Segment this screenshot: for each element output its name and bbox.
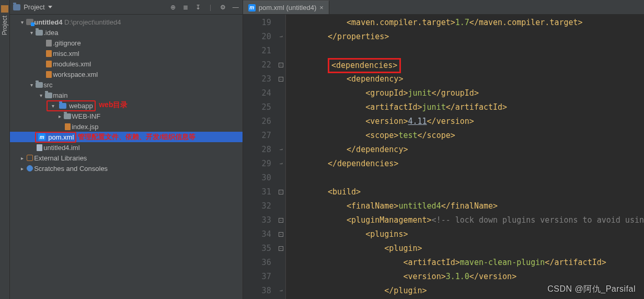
chevron-down-icon — [48, 6, 52, 8]
module-icon — [26, 19, 33, 25]
tree-modules[interactable]: modules.xml — [10, 59, 242, 69]
project-icon — [13, 4, 20, 10]
panel-header: Project ⊕ ≣ ↧ | ⚙ — — [10, 0, 242, 15]
tree-label: .idea — [43, 29, 58, 37]
tree-label: WEB-INF — [72, 112, 100, 120]
annotation-pom: 管理配置文件、依赖、开发/组织信息等 — [78, 132, 196, 142]
code-editor[interactable]: 1920212223242526272829303132333435363738… — [243, 15, 644, 299]
watermark: CSDN @阿仇_Parsifal — [547, 284, 636, 295]
folder-icon — [45, 93, 52, 98]
chevron-down-icon[interactable] — [18, 19, 26, 25]
tree-scratches[interactable]: Scratches and Consoles — [10, 163, 242, 174]
xml-icon — [46, 50, 52, 57]
folder-icon — [64, 113, 71, 119]
tree-label: untitled4 — [34, 18, 62, 26]
editor-tabs: m pom.xml (untitled4) × — [243, 0, 644, 15]
tree-iml[interactable]: untitled4.iml — [10, 142, 242, 153]
tree-gitignore[interactable]: .gitignore — [10, 38, 242, 48]
tree-label: webapp — [69, 102, 93, 110]
tree-label: misc.xml — [53, 50, 79, 58]
tree-label: index.jsp — [72, 123, 98, 131]
tree-label: Scratches and Consoles — [34, 165, 108, 172]
tree-main[interactable]: main — [10, 90, 242, 100]
scratches-icon — [27, 165, 33, 171]
tree-label: External Libraries — [34, 154, 87, 162]
close-icon[interactable]: × — [319, 4, 324, 12]
tree-label: src — [43, 81, 52, 89]
annotation-webapp: web目录 — [99, 100, 128, 110]
chevron-down-icon[interactable] — [28, 30, 35, 36]
chevron-right-icon[interactable] — [18, 155, 26, 161]
tree-label: pom.xml — [48, 133, 74, 141]
project-tool-icon[interactable] — [1, 5, 8, 13]
tree-webapp[interactable]: webapp web目录 — [10, 100, 242, 111]
fold-column[interactable]: ⌐--⌐⌐----⌐ — [277, 15, 286, 299]
tree-label: untitled4.iml — [43, 144, 79, 152]
libraries-icon — [27, 155, 33, 161]
gitignore-icon — [46, 40, 52, 47]
tree-label: main — [53, 91, 67, 99]
maven-icon: m — [248, 4, 256, 12]
tree-label: workspace.xml — [53, 71, 98, 78]
tree-root[interactable]: untitled4 D:\project\untitled4 — [10, 17, 242, 27]
chevron-down-icon[interactable] — [49, 103, 56, 109]
folder-icon — [36, 82, 43, 88]
tree-path: D:\project\untitled4 — [64, 18, 121, 26]
webapp-folder-icon — [59, 103, 66, 109]
left-rail: Project — [0, 0, 10, 299]
tree-src[interactable]: src — [10, 79, 242, 90]
project-rail-label[interactable]: Project — [1, 16, 8, 35]
code-content[interactable]: <maven.compiler.target>1.7</maven.compil… — [286, 15, 644, 299]
tree-pom[interactable]: m pom.xml 管理配置文件、依赖、开发/组织信息等 — [10, 132, 242, 142]
jsp-icon — [65, 123, 71, 130]
tree-label: modules.xml — [53, 60, 91, 68]
gutter: 1920212223242526272829303132333435363738 — [243, 15, 277, 299]
tree-label: .gitignore — [53, 39, 80, 47]
collapse-icon[interactable]: ↧ — [194, 4, 202, 11]
editor-area: m pom.xml (untitled4) × 1920212223242526… — [243, 0, 644, 299]
chevron-right-icon[interactable] — [18, 166, 26, 171]
tree-external-libraries[interactable]: External Libraries — [10, 153, 242, 163]
xml-icon — [46, 71, 52, 78]
hide-icon[interactable]: — — [232, 4, 239, 11]
tab-pom[interactable]: m pom.xml (untitled4) × — [243, 1, 329, 14]
expand-icon[interactable]: ≣ — [182, 4, 189, 11]
folder-icon — [36, 30, 43, 36]
iml-icon — [37, 144, 42, 151]
tree-workspace[interactable]: workspace.xml — [10, 69, 242, 79]
xml-icon — [46, 61, 52, 67]
gear-icon[interactable]: ⚙ — [220, 4, 227, 11]
chevron-down-icon[interactable] — [37, 93, 44, 98]
tab-label: pom.xml (untitled4) — [259, 4, 317, 12]
tree-idea[interactable]: .idea — [10, 27, 242, 38]
tree-webinf[interactable]: WEB-INF — [10, 111, 242, 121]
locate-icon[interactable]: ⊕ — [169, 4, 177, 11]
project-panel: Project ⊕ ≣ ↧ | ⚙ — untitled4 D:\project… — [10, 0, 243, 299]
chevron-down-icon[interactable] — [28, 82, 35, 88]
panel-toolbar: ⊕ ≣ ↧ | ⚙ — — [169, 4, 239, 11]
panel-title[interactable]: Project — [13, 3, 166, 11]
tree-misc[interactable]: misc.xml — [10, 48, 242, 59]
panel-title-text: Project — [24, 3, 44, 11]
tree-indexjsp[interactable]: index.jsp — [10, 121, 242, 132]
maven-icon: m — [38, 133, 45, 141]
project-tree[interactable]: untitled4 D:\project\untitled4 .idea .gi… — [10, 15, 242, 299]
divider: | — [207, 4, 214, 11]
chevron-right-icon[interactable] — [56, 113, 63, 119]
